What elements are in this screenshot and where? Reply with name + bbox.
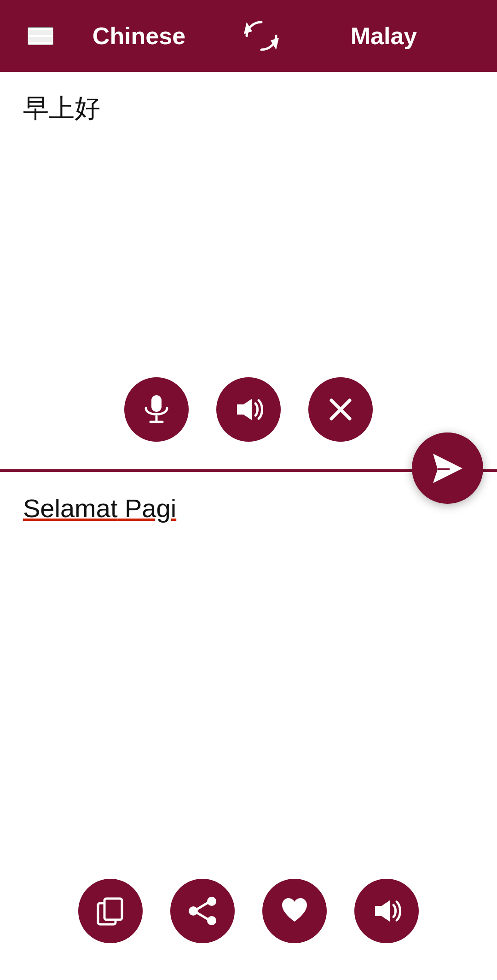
share-button[interactable] xyxy=(170,879,235,943)
svg-point-13 xyxy=(189,906,198,916)
source-speaker-button[interactable] xyxy=(216,377,281,442)
svg-marker-5 xyxy=(237,399,252,420)
source-panel: 早上好 xyxy=(0,72,497,472)
svg-line-15 xyxy=(198,903,207,909)
target-speaker-button[interactable] xyxy=(354,879,419,943)
swap-languages-button[interactable] xyxy=(243,17,280,54)
svg-rect-2 xyxy=(151,395,162,412)
target-word-1: Selamat xyxy=(23,494,117,523)
source-text[interactable]: 早上好 xyxy=(23,90,474,126)
svg-marker-0 xyxy=(244,22,252,34)
target-text[interactable]: Selamat Pagi xyxy=(23,490,474,526)
target-word-2: Pagi xyxy=(125,494,176,523)
svg-point-14 xyxy=(207,916,216,925)
target-panel: Selamat Pagi xyxy=(0,472,497,980)
svg-marker-17 xyxy=(375,900,390,922)
source-controls xyxy=(0,377,497,442)
menu-button[interactable] xyxy=(28,27,53,45)
copy-button[interactable] xyxy=(78,879,143,943)
svg-marker-1 xyxy=(271,38,279,50)
microphone-button[interactable] xyxy=(124,377,189,442)
favorite-button[interactable] xyxy=(262,879,327,943)
translate-button[interactable] xyxy=(412,432,483,504)
clear-button[interactable] xyxy=(308,377,373,442)
svg-rect-11 xyxy=(104,899,122,920)
target-controls xyxy=(0,879,497,943)
app-header: Chinese Malay xyxy=(0,0,497,72)
svg-point-12 xyxy=(207,897,216,906)
svg-line-16 xyxy=(198,913,207,919)
target-language-label[interactable]: Malay xyxy=(298,22,469,50)
source-language-label[interactable]: Chinese xyxy=(53,22,225,50)
